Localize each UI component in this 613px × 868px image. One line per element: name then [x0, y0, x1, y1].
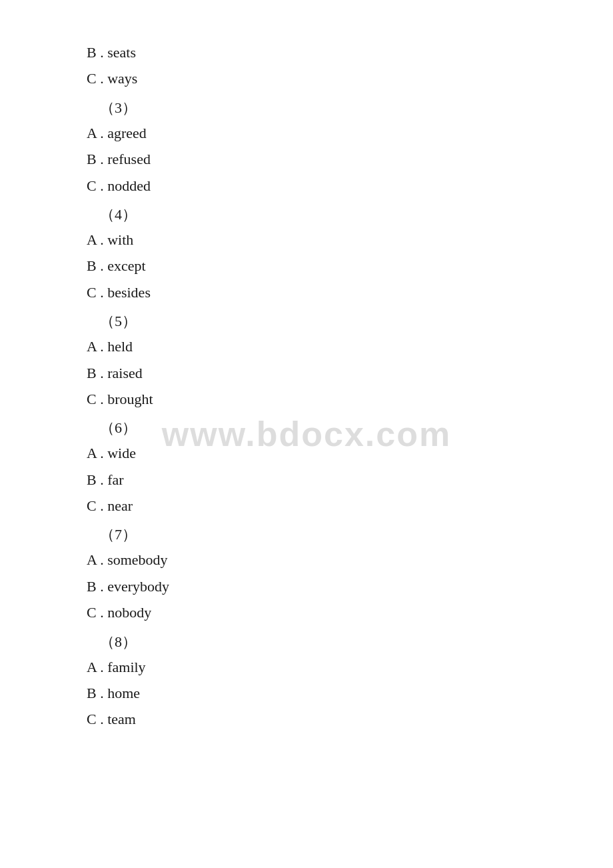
group-7: （7） A . somebody B . everybody C . nobod…	[87, 525, 526, 625]
option-7a: A . somebody	[87, 547, 526, 572]
option-3a: A . agreed	[87, 121, 526, 145]
option-7b: B . everybody	[87, 574, 526, 599]
option-5b: B . raised	[87, 361, 526, 385]
option-6c: C . near	[87, 493, 526, 518]
group-3: （3） A . agreed B . refused C . nodded	[87, 98, 526, 198]
option-5a: A . held	[87, 334, 526, 359]
question-number-3: （3）	[100, 98, 526, 118]
group-8: （8） A . family B . home C . team	[87, 632, 526, 732]
option-6a: A . wide	[87, 441, 526, 465]
option-8a: A . family	[87, 655, 526, 679]
question-number-8: （8）	[100, 632, 526, 652]
group-partial: B . seats C . ways	[87, 40, 526, 91]
option-c-ways: C . ways	[87, 66, 526, 91]
group-6: （6） A . wide B . far C . near	[87, 418, 526, 518]
group-5: （5） A . held B . raised C . brought	[87, 311, 526, 411]
option-5c: C . brought	[87, 387, 526, 411]
option-6b: B . far	[87, 467, 526, 492]
option-b-seats: B . seats	[87, 40, 526, 65]
option-8b: B . home	[87, 681, 526, 705]
question-number-5: （5）	[100, 311, 526, 331]
option-3c: C . nodded	[87, 173, 526, 198]
option-8c: C . team	[87, 707, 526, 731]
question-number-4: （4）	[100, 205, 526, 225]
group-4: （4） A . with B . except C . besides	[87, 205, 526, 305]
option-4a: A . with	[87, 227, 526, 252]
question-number-7: （7）	[100, 525, 526, 545]
option-4b: B . except	[87, 253, 526, 278]
option-4c: C . besides	[87, 280, 526, 305]
question-number-6: （6）	[100, 418, 526, 438]
content-area: B . seats C . ways （3） A . agreed B . re…	[87, 40, 526, 732]
option-3b: B . refused	[87, 147, 526, 171]
option-7c: C . nobody	[87, 600, 526, 625]
